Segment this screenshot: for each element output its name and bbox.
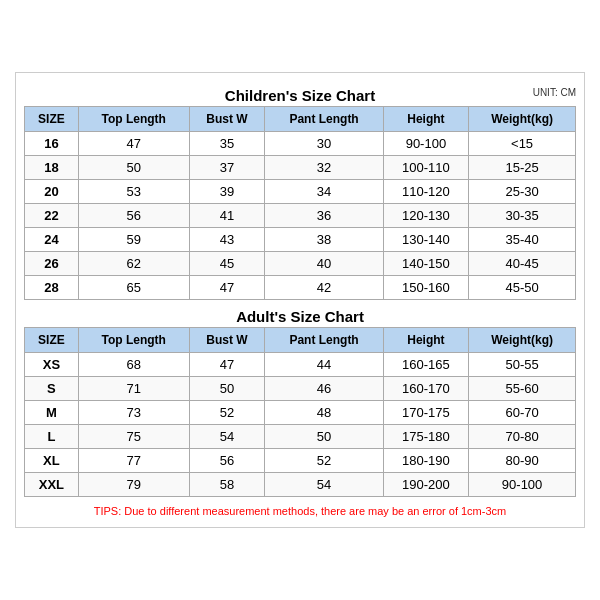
adult-section-title: Adult's Size Chart bbox=[24, 304, 576, 327]
adult-col-size: SIZE bbox=[25, 328, 79, 353]
adult-header-row: SIZE Top Length Bust W Pant Length Heigh… bbox=[25, 328, 576, 353]
adult-cell: 48 bbox=[265, 401, 383, 425]
children-col-pant-length: Pant Length bbox=[265, 107, 383, 132]
adult-cell: 52 bbox=[189, 401, 265, 425]
adult-cell: 73 bbox=[78, 401, 189, 425]
children-col-top-length: Top Length bbox=[78, 107, 189, 132]
children-cell: 45 bbox=[189, 252, 265, 276]
adult-data-row: M735248170-17560-70 bbox=[25, 401, 576, 425]
adult-cell: 47 bbox=[189, 353, 265, 377]
adult-cell: 175-180 bbox=[383, 425, 469, 449]
adult-data-row: XXL795854190-20090-100 bbox=[25, 473, 576, 497]
adult-cell: M bbox=[25, 401, 79, 425]
adult-data-row: XS684744160-16550-55 bbox=[25, 353, 576, 377]
children-size-table: SIZE Top Length Bust W Pant Length Heigh… bbox=[24, 106, 576, 300]
children-cell: 15-25 bbox=[469, 156, 576, 180]
children-cell: 25-30 bbox=[469, 180, 576, 204]
children-cell: 59 bbox=[78, 228, 189, 252]
children-cell: 120-130 bbox=[383, 204, 469, 228]
children-cell: 62 bbox=[78, 252, 189, 276]
children-cell: 32 bbox=[265, 156, 383, 180]
children-cell: 41 bbox=[189, 204, 265, 228]
adult-cell: 54 bbox=[189, 425, 265, 449]
children-cell: 53 bbox=[78, 180, 189, 204]
adult-cell: 190-200 bbox=[383, 473, 469, 497]
children-data-row: 24594338130-14035-40 bbox=[25, 228, 576, 252]
adult-col-pant-length: Pant Length bbox=[265, 328, 383, 353]
adult-cell: 52 bbox=[265, 449, 383, 473]
children-cell: 100-110 bbox=[383, 156, 469, 180]
adult-cell: XS bbox=[25, 353, 79, 377]
children-cell: 16 bbox=[25, 132, 79, 156]
children-cell: 35 bbox=[189, 132, 265, 156]
adult-cell: 56 bbox=[189, 449, 265, 473]
children-cell: <15 bbox=[469, 132, 576, 156]
children-cell: 56 bbox=[78, 204, 189, 228]
children-cell: 90-100 bbox=[383, 132, 469, 156]
adult-cell: 50 bbox=[265, 425, 383, 449]
children-col-size: SIZE bbox=[25, 107, 79, 132]
adult-title-text: Adult's Size Chart bbox=[236, 308, 364, 325]
adult-cell: S bbox=[25, 377, 79, 401]
children-col-weight: Weight(kg) bbox=[469, 107, 576, 132]
children-cell: 38 bbox=[265, 228, 383, 252]
children-data-row: 22564136120-13030-35 bbox=[25, 204, 576, 228]
unit-label: UNIT: CM bbox=[533, 87, 576, 98]
children-cell: 40 bbox=[265, 252, 383, 276]
children-cell: 42 bbox=[265, 276, 383, 300]
adult-col-bust: Bust W bbox=[189, 328, 265, 353]
children-cell: 43 bbox=[189, 228, 265, 252]
adult-data-row: S715046160-17055-60 bbox=[25, 377, 576, 401]
children-cell: 18 bbox=[25, 156, 79, 180]
children-cell: 130-140 bbox=[383, 228, 469, 252]
adult-data-row: L755450175-18070-80 bbox=[25, 425, 576, 449]
children-cell: 47 bbox=[189, 276, 265, 300]
children-cell: 110-120 bbox=[383, 180, 469, 204]
adult-cell: 180-190 bbox=[383, 449, 469, 473]
children-cell: 37 bbox=[189, 156, 265, 180]
children-cell: 26 bbox=[25, 252, 79, 276]
children-cell: 150-160 bbox=[383, 276, 469, 300]
children-data-row: 20533934110-12025-30 bbox=[25, 180, 576, 204]
children-data-row: 1647353090-100<15 bbox=[25, 132, 576, 156]
children-cell: 28 bbox=[25, 276, 79, 300]
adult-col-weight: Weight(kg) bbox=[469, 328, 576, 353]
children-col-height: Height bbox=[383, 107, 469, 132]
adult-cell: 70-80 bbox=[469, 425, 576, 449]
adult-col-height: Height bbox=[383, 328, 469, 353]
adult-cell: 55-60 bbox=[469, 377, 576, 401]
adult-cell: 79 bbox=[78, 473, 189, 497]
children-title-text: Children's Size Chart bbox=[225, 87, 375, 104]
children-cell: 22 bbox=[25, 204, 79, 228]
adult-cell: 90-100 bbox=[469, 473, 576, 497]
adult-cell: 77 bbox=[78, 449, 189, 473]
children-cell: 30-35 bbox=[469, 204, 576, 228]
adult-cell: 160-165 bbox=[383, 353, 469, 377]
children-cell: 34 bbox=[265, 180, 383, 204]
children-cell: 47 bbox=[78, 132, 189, 156]
children-cell: 36 bbox=[265, 204, 383, 228]
adult-cell: L bbox=[25, 425, 79, 449]
adult-cell: 60-70 bbox=[469, 401, 576, 425]
children-cell: 65 bbox=[78, 276, 189, 300]
adult-col-top-length: Top Length bbox=[78, 328, 189, 353]
adult-cell: 46 bbox=[265, 377, 383, 401]
adult-cell: XXL bbox=[25, 473, 79, 497]
adult-cell: 54 bbox=[265, 473, 383, 497]
adult-cell: 75 bbox=[78, 425, 189, 449]
adult-cell: 68 bbox=[78, 353, 189, 377]
adult-cell: 71 bbox=[78, 377, 189, 401]
adult-cell: 80-90 bbox=[469, 449, 576, 473]
adult-cell: 44 bbox=[265, 353, 383, 377]
children-cell: 20 bbox=[25, 180, 79, 204]
children-cell: 39 bbox=[189, 180, 265, 204]
children-cell: 24 bbox=[25, 228, 79, 252]
children-cell: 50 bbox=[78, 156, 189, 180]
children-col-bust: Bust W bbox=[189, 107, 265, 132]
children-cell: 140-150 bbox=[383, 252, 469, 276]
adult-cell: 170-175 bbox=[383, 401, 469, 425]
children-cell: 40-45 bbox=[469, 252, 576, 276]
size-chart-container: Children's Size Chart UNIT: CM SIZE Top … bbox=[15, 72, 585, 528]
children-section-title: Children's Size Chart UNIT: CM bbox=[24, 81, 576, 106]
children-cell: 30 bbox=[265, 132, 383, 156]
